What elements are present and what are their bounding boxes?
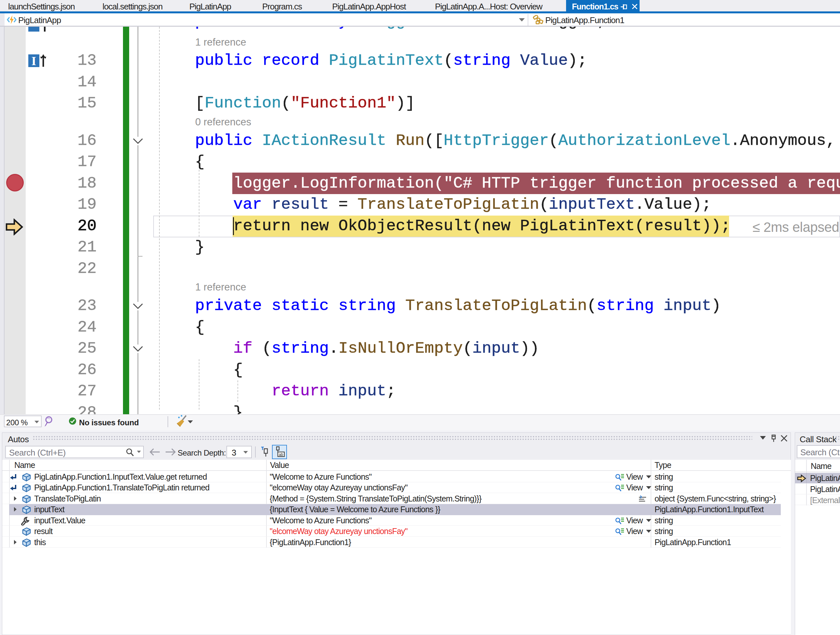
svg-text:ab: ab — [279, 452, 283, 457]
